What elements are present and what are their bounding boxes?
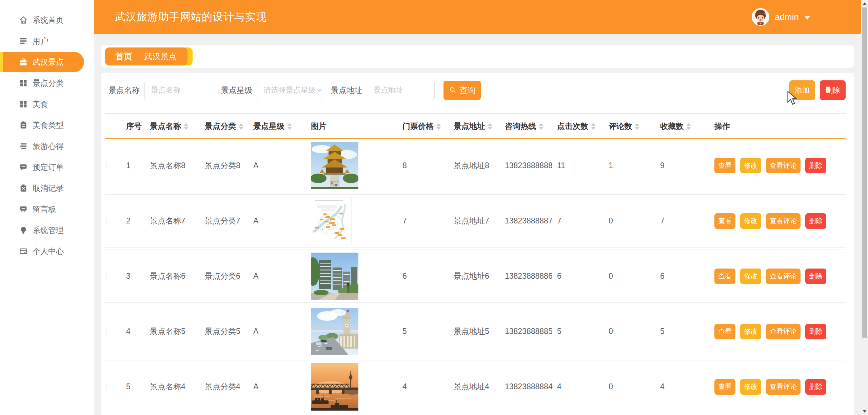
user-menu[interactable]: admin [752,0,810,34]
scroll-up-button[interactable] [861,0,868,7]
briefcase-icon [19,58,28,66]
col-category[interactable]: 景点分类 [205,121,253,132]
row-checkbox[interactable] [106,218,106,224]
row-actions: 查看 修改 查看评论 删除 [714,158,846,173]
sidebar-item-personal-center[interactable]: 个人中心 [0,241,94,262]
col-name[interactable]: 景点名称 [150,121,205,132]
table-header-row: 序号 景点名称 景点分类 景点星级 图片 门票价格 景点地址 咨询热线 点击次数… [105,114,846,139]
scenic-name-input[interactable] [144,81,212,100]
col-hotline[interactable]: 咨询热线 [505,121,557,132]
view-comments-button[interactable]: 查看评论 [766,213,801,229]
sort-icons[interactable] [288,123,292,130]
sort-icons[interactable] [437,123,441,130]
sidebar-item-food-type[interactable]: 美食类型 [0,115,94,136]
view-comments-button[interactable]: 查看评论 [766,324,801,339]
view-button[interactable]: 查看 [714,324,735,339]
scenic-name-label: 景点名称 [108,85,140,96]
sidebar-item-message-board[interactable]: 留言板 [0,199,94,220]
sidebar-item-wuhan-scenic[interactable]: 武汉景点 [0,52,84,72]
main-content: 首页 - 武汉景点 景点名称 景点星级 请选择景点星级 景点地址 查询 添加 [94,34,861,415]
chevron-down-icon [316,86,323,94]
select-all-checkbox[interactable] [106,123,113,130]
table-toolbar: 添加 删除 [789,80,846,100]
edit-button[interactable]: 修改 [740,379,761,395]
sidebar-item-label: 用户 [33,36,48,46]
table-row: 3 景点名称6 景点分类6 A 6 [105,250,846,303]
breadcrumb-separator: - [137,52,139,61]
delete-row-button[interactable]: 删除 [805,158,826,173]
sort-icons[interactable] [539,123,543,130]
delete-row-button[interactable]: 删除 [805,269,826,284]
scenic-table: 序号 景点名称 景点分类 景点星级 图片 门票价格 景点地址 咨询热线 点击次数… [105,114,846,413]
sort-icons[interactable] [239,123,243,130]
clipboard-x-icon [19,184,28,193]
view-button[interactable]: 查看 [714,269,735,284]
scenic-address-label: 景点地址 [331,85,362,96]
filter-bar: 景点名称 景点星级 请选择景点星级 景点地址 查询 添加 删除 [105,80,846,100]
customs-house-photo [311,308,358,355]
view-comments-button[interactable]: 查看评论 [766,269,801,284]
sort-icons[interactable] [591,123,595,130]
row-checkbox[interactable] [106,162,106,169]
breadcrumb-home-link[interactable]: 首页 [115,51,132,62]
delete-row-button[interactable]: 删除 [805,324,826,339]
sidebar-item-food[interactable]: 美食 [0,94,94,115]
scroll-down-button[interactable] [861,408,868,415]
delete-button[interactable]: 删除 [820,80,846,100]
scroll-up-icon [863,2,867,5]
add-button[interactable]: 添加 [789,80,815,100]
view-comments-button[interactable]: 查看评论 [766,158,801,173]
sidebar-item-system-home[interactable]: 系统首页 [0,9,94,31]
edit-button[interactable]: 修改 [740,213,761,229]
sort-icons[interactable] [687,123,691,130]
grid-icon [19,79,28,87]
residential-buildings-photo [311,253,358,300]
row-checkbox[interactable] [106,328,106,335]
sidebar-item-label: 美食 [33,99,48,110]
sidebar-item-users[interactable]: 用户 [0,31,94,52]
view-button[interactable]: 查看 [714,213,735,229]
col-photo: 图片 [311,121,402,132]
view-comments-button[interactable]: 查看评论 [766,379,801,395]
scroll-down-icon [863,410,867,413]
col-address[interactable]: 景点地址 [454,121,505,132]
sidebar-item-system-management[interactable]: 系统管理 [0,220,94,241]
sidebar-item-booking-orders[interactable]: 预定订单 [0,157,94,178]
col-favorites[interactable]: 收藏数 [660,121,714,132]
sidebar-item-label: 系统首页 [33,15,64,25]
edit-button[interactable]: 修改 [740,269,761,284]
row-checkbox[interactable] [106,383,106,390]
sidebar-item-travel-notes[interactable]: 旅游心得 [0,136,94,157]
edit-button[interactable]: 修改 [740,158,761,173]
search-button[interactable]: 查询 [443,81,481,100]
sidebar-item-label: 系统管理 [33,225,64,236]
col-actions: 操作 [714,121,846,132]
sidebar-item-label: 留言板 [33,204,56,215]
scenic-address-input[interactable] [367,81,435,100]
scrollbar-thumb[interactable] [862,7,867,338]
sort-icons[interactable] [635,123,639,130]
chevron-down-icon [804,16,810,20]
col-comments[interactable]: 评论数 [609,121,660,132]
river-bridge-sunset-photo [311,363,358,411]
delete-row-button[interactable]: 删除 [805,213,826,229]
row-checkbox[interactable] [106,273,106,279]
scenic-star-label: 景点星级 [221,85,252,96]
search-icon [449,86,457,94]
col-clicks[interactable]: 点击次数 [557,121,609,132]
sidebar: 系统首页 用户 武汉景点 景点分类 美食 美食类型 旅游心得 预定订单 取消记录… [0,0,94,415]
col-price[interactable]: 门票价格 [402,121,454,132]
col-star[interactable]: 景点星级 [253,121,311,132]
sidebar-item-scenic-category[interactable]: 景点分类 [0,73,94,94]
sidebar-item-label: 个人中心 [33,246,64,257]
row-actions: 查看 修改 查看评论 删除 [714,379,846,395]
scenic-star-select[interactable]: 请选择景点星级 [257,81,322,100]
sort-icons[interactable] [184,123,188,130]
view-button[interactable]: 查看 [714,158,735,173]
sidebar-item-cancel-records[interactable]: 取消记录 [0,178,94,199]
edit-button[interactable]: 修改 [740,324,761,339]
users-list-icon [19,37,28,45]
sort-icons[interactable] [488,123,492,130]
view-button[interactable]: 查看 [714,379,735,395]
delete-row-button[interactable]: 删除 [805,379,826,395]
